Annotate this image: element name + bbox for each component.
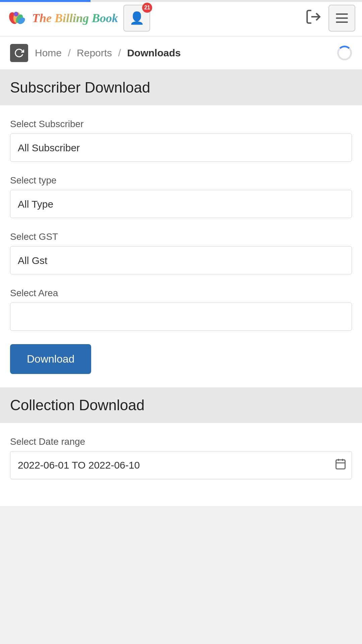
collection-form: Select Date range <box>0 423 362 506</box>
subscriber-download-button[interactable]: Download <box>10 344 91 374</box>
logo-area: The Billing Book <box>7 8 118 28</box>
avatar-icon: 👤 <box>129 11 144 25</box>
gst-label: Select GST <box>10 231 352 242</box>
breadcrumb-home[interactable]: Home <box>35 47 62 58</box>
breadcrumb-sep-2: / <box>118 47 121 58</box>
menu-button[interactable] <box>328 5 355 32</box>
header-right <box>305 5 355 32</box>
breadcrumb-bar: Home / Reports / Downloads <box>0 37 362 70</box>
menu-line-3 <box>336 21 348 23</box>
collection-section-header: Collection Download <box>0 387 362 423</box>
logout-icon <box>305 8 322 25</box>
subscriber-section-header: Subscriber Download <box>0 70 362 105</box>
logo-icon <box>7 8 27 28</box>
logout-button[interactable] <box>305 8 322 28</box>
subscriber-form: Select Subscriber All Subscriber Select … <box>0 105 362 387</box>
subscriber-select[interactable]: All Subscriber <box>10 133 352 162</box>
area-label: Select Area <box>10 288 352 299</box>
svg-point-4 <box>14 12 18 16</box>
avatar-button[interactable]: 👤 21 <box>123 5 150 32</box>
header: The Billing Book 👤 21 <box>0 0 362 37</box>
date-range-group: Select Date range <box>10 436 352 479</box>
menu-line-1 <box>336 13 348 15</box>
subscriber-select-group: Select Subscriber All Subscriber <box>10 119 352 162</box>
top-progress-bar <box>0 0 362 2</box>
refresh-icon <box>14 48 24 58</box>
date-range-label: Select Date range <box>10 436 352 447</box>
gst-select-group: Select GST All Gst <box>10 231 352 274</box>
type-select-group: Select type All Type <box>10 175 352 218</box>
type-select[interactable]: All Type <box>10 190 352 218</box>
area-select-group: Select Area <box>10 288 352 331</box>
logo-text: The Billing Book <box>32 11 118 25</box>
date-range-input-wrapper <box>10 451 352 479</box>
svg-rect-6 <box>336 460 345 469</box>
calendar-icon[interactable] <box>335 458 347 473</box>
area-select[interactable] <box>10 303 352 331</box>
notification-badge: 21 <box>142 3 152 13</box>
subscriber-label: Select Subscriber <box>10 119 352 129</box>
type-label: Select type <box>10 175 352 186</box>
date-range-input[interactable] <box>10 451 352 479</box>
breadcrumb-reports[interactable]: Reports <box>77 47 112 58</box>
breadcrumb-sep-1: / <box>68 47 70 58</box>
breadcrumb-current: Downloads <box>127 47 181 58</box>
collection-section-title: Collection Download <box>10 397 352 414</box>
loading-spinner <box>337 46 352 60</box>
subscriber-section-title: Subscriber Download <box>10 79 352 96</box>
menu-line-2 <box>336 17 348 19</box>
gst-select[interactable]: All Gst <box>10 246 352 274</box>
breadcrumb: Home / Reports / Downloads <box>35 47 181 59</box>
refresh-button[interactable] <box>10 44 28 62</box>
